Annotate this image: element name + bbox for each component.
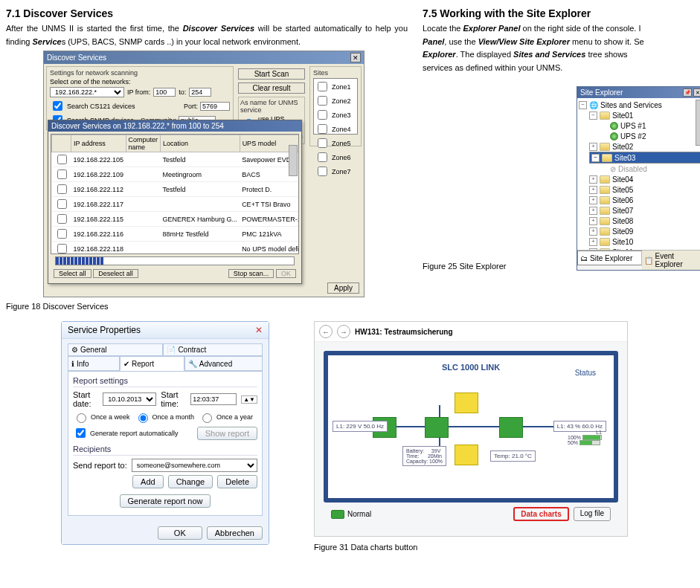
- col-comp[interactable]: Computer name: [126, 135, 161, 152]
- row-checkbox[interactable]: [57, 169, 67, 179]
- normal-swatch: [331, 510, 344, 519]
- freq-week-radio[interactable]: [77, 413, 86, 423]
- table-row[interactable]: 192.168.222.117CE+T TSI Bravo: [52, 197, 300, 212]
- send-to-select[interactable]: someone@somewhere.com: [132, 459, 257, 472]
- start-time-input[interactable]: [190, 393, 237, 405]
- row-checkbox[interactable]: [57, 199, 67, 209]
- tree-service[interactable]: UPS #2: [600, 131, 700, 141]
- col-loc[interactable]: Location: [161, 135, 240, 152]
- row-checkbox[interactable]: [57, 229, 67, 239]
- zone-item[interactable]: Zone3: [315, 108, 356, 122]
- row-checkbox[interactable]: [57, 184, 67, 194]
- cancel-button[interactable]: Abbrechen: [207, 526, 263, 540]
- tree-site[interactable]: +Site07: [589, 205, 700, 216]
- change-button[interactable]: Change: [168, 475, 213, 488]
- search-cs-checkbox[interactable]: [53, 101, 62, 111]
- data-charts-button[interactable]: Data charts: [513, 507, 568, 521]
- site-icon: [600, 227, 610, 236]
- table-row[interactable]: 192.168.222.109MeetingroomBACS: [52, 167, 300, 182]
- tree-site-selected[interactable]: −Site03: [589, 152, 700, 164]
- tab-label: General: [80, 346, 107, 354]
- ip-to-input[interactable]: [189, 88, 211, 97]
- discover-title: Discover Services: [47, 54, 106, 62]
- row-checkbox[interactable]: [57, 214, 67, 224]
- tab-site-explorer[interactable]: 🗂Site Explorer: [577, 251, 642, 265]
- discover-titlebar[interactable]: Discover Services ✕: [44, 51, 364, 64]
- txt: tree shows: [585, 50, 627, 59]
- tree-site[interactable]: +Site08: [589, 216, 700, 226]
- dc-block: [425, 417, 449, 438]
- tree-site[interactable]: +Site02: [589, 141, 700, 152]
- stop-scan-button[interactable]: Stop scan...: [228, 269, 274, 278]
- bar-l1-label: L1: [568, 430, 602, 435]
- zone-item[interactable]: Zone4: [315, 122, 356, 136]
- zone-item[interactable]: Zone6: [315, 150, 356, 164]
- nav-fwd-icon[interactable]: →: [337, 325, 350, 338]
- select-all-button[interactable]: Select all: [54, 269, 91, 278]
- tab-event-explorer[interactable]: 📋Event Explorer: [642, 251, 701, 270]
- tree-site[interactable]: +Site11: [589, 247, 700, 250]
- log-file-button[interactable]: Log file: [574, 507, 611, 521]
- tab-general[interactable]: ⚙General: [68, 343, 163, 356]
- diagram-title: SLC 1000 LINK: [335, 363, 606, 372]
- tab-report[interactable]: ✔Report: [120, 356, 184, 371]
- tree-site[interactable]: +Site06: [589, 195, 700, 205]
- col-ip[interactable]: IP address: [71, 135, 126, 152]
- start-scan-button[interactable]: Start Scan: [238, 68, 305, 80]
- close-icon[interactable]: ✕: [255, 325, 263, 335]
- port-input[interactable]: [200, 102, 230, 111]
- add-button[interactable]: Add: [132, 475, 164, 488]
- delete-button[interactable]: Delete: [217, 475, 257, 488]
- tree-site[interactable]: +Site10: [589, 236, 700, 247]
- clear-result-button[interactable]: Clear result: [238, 83, 305, 94]
- zone-item[interactable]: Zone7: [315, 164, 356, 178]
- ok-button[interactable]: OK: [158, 526, 202, 540]
- zone-item[interactable]: Zone1: [315, 80, 356, 94]
- tab-info[interactable]: ℹInfo: [68, 356, 120, 371]
- scrollbar[interactable]: [289, 145, 298, 176]
- tree-site[interactable]: −Site01: [589, 110, 700, 120]
- show-report-button[interactable]: Show report: [197, 427, 257, 440]
- tree-service[interactable]: UPS #1: [600, 120, 700, 131]
- table-row[interactable]: 192.168.222.11688mHz TestfeldPMC 121kVA: [52, 227, 300, 242]
- table-row[interactable]: 192.168.222.115GENEREX Hamburg G...POWER…: [52, 212, 300, 227]
- bar-100: [582, 435, 602, 440]
- tree-site[interactable]: +Site05: [589, 184, 700, 195]
- tree-site[interactable]: +Site09: [589, 226, 700, 236]
- row-checkbox[interactable]: [57, 155, 67, 164]
- freq-month-radio[interactable]: [138, 413, 148, 423]
- table-row[interactable]: 192.168.222.105TestfeldSavepower EVD UPS: [52, 152, 300, 167]
- close-icon[interactable]: ✕: [693, 88, 700, 97]
- tree-disabled[interactable]: ⊘Disabled: [600, 164, 700, 174]
- site-icon: [600, 238, 610, 246]
- auto-checkbox[interactable]: [76, 428, 86, 438]
- tree-label: Site02: [612, 143, 633, 151]
- generate-now-button[interactable]: Generate report now: [120, 494, 211, 508]
- ok-button[interactable]: OK: [276, 269, 296, 278]
- tree-label: Site01: [612, 112, 633, 120]
- site-tree[interactable]: −🌐Sites and Services −Site01 UPS #1 UPS …: [577, 98, 700, 250]
- apply-button[interactable]: Apply: [327, 282, 359, 294]
- settings-legend: Settings for network scanning: [50, 69, 230, 77]
- tab-label: Site Explorer: [590, 254, 632, 262]
- tab-contract[interactable]: 📄Contract: [163, 343, 263, 356]
- nav-back-icon[interactable]: ←: [319, 325, 333, 338]
- zone-item[interactable]: Zone2: [315, 94, 356, 108]
- table-row[interactable]: 192.168.222.118No UPS model defined: [52, 242, 300, 255]
- start-date-select[interactable]: 10.10.2013: [103, 392, 156, 406]
- table-row[interactable]: 192.168.222.112TestfeldProtect D.: [52, 182, 300, 197]
- row-checkbox[interactable]: [57, 244, 67, 253]
- zone-item[interactable]: Zone5: [315, 136, 356, 150]
- tab-advanced[interactable]: 🔧Advanced: [184, 356, 263, 371]
- ip-from-input[interactable]: [153, 88, 176, 97]
- tree-site[interactable]: +Site04: [589, 174, 700, 184]
- deselect-all-button[interactable]: Deselect all: [93, 269, 138, 278]
- time-stepper[interactable]: ▲▼: [241, 395, 257, 404]
- pin-icon[interactable]: 📌: [683, 88, 692, 97]
- tab-label: Contract: [178, 346, 206, 354]
- network-select[interactable]: 192.168.222.*: [50, 87, 124, 97]
- freq-year-radio[interactable]: [202, 413, 212, 423]
- tree-root[interactable]: −🌐Sites and Services: [579, 100, 700, 110]
- tree-scrollbar[interactable]: [696, 100, 700, 146]
- close-icon[interactable]: ✕: [350, 53, 361, 62]
